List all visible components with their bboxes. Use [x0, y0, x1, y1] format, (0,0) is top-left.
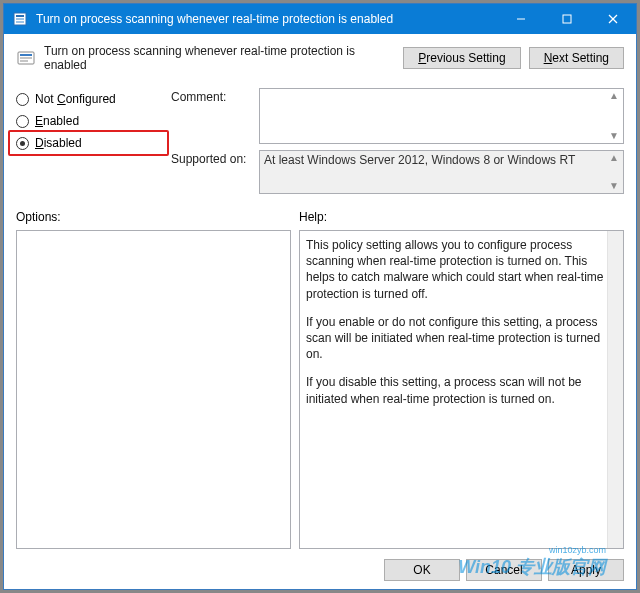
titlebar[interactable]: Turn on process scanning whenever real-t… [4, 4, 636, 34]
window-title: Turn on process scanning whenever real-t… [36, 12, 498, 26]
radio-not-configured[interactable]: Not Configured [16, 92, 161, 106]
highlight-box: Disabled [8, 130, 169, 156]
svg-rect-2 [16, 18, 24, 20]
options-label: Options: [16, 210, 291, 224]
previous-setting-button[interactable]: Previous Setting [403, 47, 520, 69]
radio-label: Disabled [35, 136, 82, 150]
supported-row: Supported on: At least Windows Server 20… [171, 150, 624, 194]
window-buttons [498, 4, 636, 34]
help-label: Help: [299, 210, 624, 224]
radio-icon [16, 137, 29, 150]
svg-rect-3 [16, 21, 24, 23]
options-column: Options: [16, 206, 291, 549]
scrollbar[interactable] [607, 231, 623, 548]
footer-buttons: OK Cancel Apply win10zyb.com Win10 专业版官网 [16, 549, 624, 581]
svg-rect-9 [20, 54, 32, 56]
radio-label: Not Configured [35, 92, 116, 106]
radio-icon [16, 115, 29, 128]
supported-label: Supported on: [171, 150, 251, 194]
radio-enabled[interactable]: Enabled [16, 114, 161, 128]
policy-title: Turn on process scanning whenever real-t… [44, 44, 395, 72]
state-radios: Not Configured Enabled Disabled [16, 88, 161, 194]
radio-disabled[interactable]: Disabled [16, 136, 161, 150]
lower-panes: Options: Help: This policy setting allow… [16, 206, 624, 549]
header-row: Turn on process scanning whenever real-t… [16, 44, 624, 72]
next-setting-button[interactable]: Next Setting [529, 47, 624, 69]
scrollbar[interactable]: ▲▼ [607, 91, 621, 141]
settings-row: Not Configured Enabled Disabled Comment: [16, 88, 624, 194]
svg-rect-11 [20, 60, 28, 62]
svg-rect-5 [563, 15, 571, 23]
comment-row: Comment: ▲▼ [171, 88, 624, 144]
cancel-button[interactable]: Cancel [466, 559, 542, 581]
options-pane[interactable] [16, 230, 291, 549]
minimize-button[interactable] [498, 4, 544, 34]
app-icon [12, 11, 28, 27]
svg-rect-10 [20, 57, 32, 59]
ok-button[interactable]: OK [384, 559, 460, 581]
svg-rect-1 [16, 15, 24, 17]
help-text-3: If you disable this setting, a process s… [306, 374, 605, 406]
radio-icon [16, 93, 29, 106]
help-text-2: If you enable or do not configure this s… [306, 314, 605, 363]
dialog-window: Turn on process scanning whenever real-t… [3, 3, 637, 590]
info-fields: Comment: ▲▼ Supported on: At least Windo… [171, 88, 624, 194]
scrollbar[interactable]: ▲▼ [607, 153, 621, 191]
dialog-content: Turn on process scanning whenever real-t… [4, 34, 636, 589]
apply-button[interactable]: Apply [548, 559, 624, 581]
help-text-1: This policy setting allows you to config… [306, 237, 605, 302]
comment-label: Comment: [171, 88, 251, 144]
help-column: Help: This policy setting allows you to … [299, 206, 624, 549]
radio-label: Enabled [35, 114, 79, 128]
close-button[interactable] [590, 4, 636, 34]
policy-icon [16, 48, 36, 68]
supported-text: At least Windows Server 2012, Windows 8 … [259, 150, 624, 194]
maximize-button[interactable] [544, 4, 590, 34]
comment-input[interactable]: ▲▼ [259, 88, 624, 144]
help-pane[interactable]: This policy setting allows you to config… [299, 230, 624, 549]
